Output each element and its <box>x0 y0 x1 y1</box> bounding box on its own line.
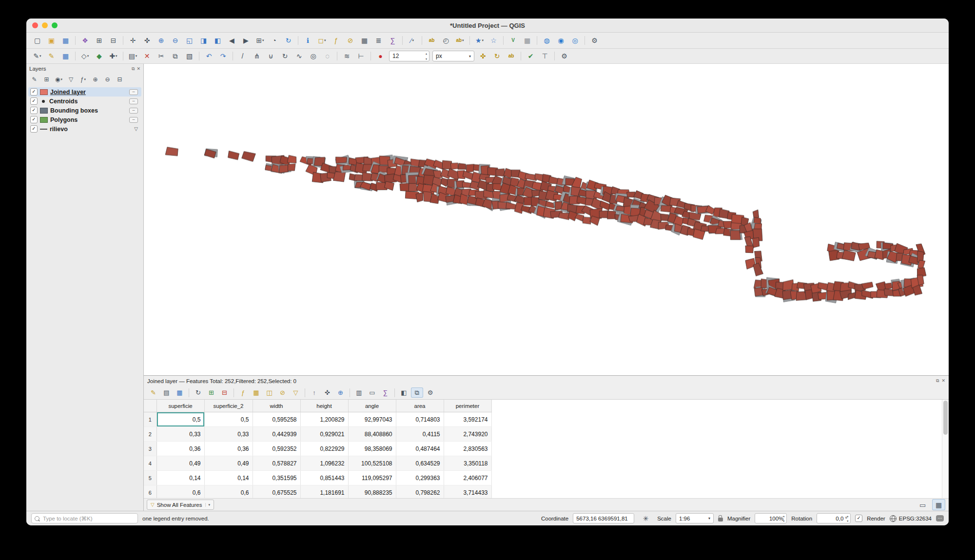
zoom-full-button[interactable]: ◱ <box>183 35 196 46</box>
filter-by-expression-button[interactable]: ƒ▾ <box>78 75 89 84</box>
current-edits-button[interactable]: ✎▾ <box>31 51 44 62</box>
collapse-all-button[interactable]: ⊖ <box>102 75 113 84</box>
table-scrollbar[interactable] <box>942 400 949 498</box>
processing-toolbox-button[interactable]: ⚙ <box>588 35 601 46</box>
change-label-button[interactable]: ab <box>505 51 518 62</box>
split-features-button[interactable]: ⋔ <box>250 51 263 62</box>
table-cell[interactable]: 3,714433 <box>444 485 491 499</box>
project-open-button[interactable]: ▣ <box>45 35 58 46</box>
layer-item-bounding-boxes[interactable]: ✓Bounding boxes– <box>28 106 141 115</box>
form-view-button[interactable]: ▭ <box>916 499 929 510</box>
merge-features-button[interactable]: ⊍ <box>264 51 277 62</box>
layer-visibility-checkbox[interactable]: ✓ <box>30 107 38 114</box>
filter-legend-button[interactable]: ▽ <box>65 75 77 84</box>
table-cell[interactable]: 1,181691 <box>300 485 348 499</box>
delete-selected-features-button[interactable]: ⊟ <box>218 387 231 398</box>
table-cell[interactable]: 0,14 <box>156 471 204 485</box>
table-cell[interactable]: 0,49 <box>156 456 204 471</box>
new-print-layout-button[interactable]: ⊞ <box>93 35 106 46</box>
messages-icon[interactable]: ⋯ <box>936 515 944 521</box>
project-save-button[interactable]: ▦ <box>59 35 72 46</box>
table-cell[interactable]: 3,350118 <box>444 456 491 471</box>
measure-line-button[interactable]: ∕▾ <box>406 35 419 46</box>
table-cell[interactable]: 1,096232 <box>300 456 348 471</box>
metasearch-button[interactable]: ◉ <box>554 35 567 46</box>
row-number[interactable]: 1 <box>144 412 156 427</box>
layer-item-polygons[interactable]: ✓Polygons– <box>28 115 141 124</box>
redo-button[interactable]: ↷ <box>216 51 230 62</box>
layer-item-joined-layer[interactable]: ✓Joined layer– <box>28 87 141 97</box>
layer-indicator-icon[interactable]: – <box>129 89 138 95</box>
dock-panel-icon[interactable]: ⧉ <box>132 66 135 72</box>
map-canvas[interactable] <box>144 64 949 375</box>
dock-attribute-table-button[interactable]: ⧉ <box>411 387 423 398</box>
enable-snapping-button[interactable]: ● <box>374 51 387 62</box>
statistical-summary-button[interactable]: ∑ <box>386 35 399 46</box>
layer-item-rilievo[interactable]: ✓rilievo▽ <box>28 124 141 134</box>
zoom-to-selection-button[interactable]: ◨ <box>197 35 210 46</box>
remove-layer-button[interactable]: ⊟ <box>114 75 125 84</box>
dock-panel-icon[interactable]: ⧉ <box>936 378 939 384</box>
new-map-view-button[interactable]: ⊞▾ <box>254 35 267 46</box>
deselect-all-button[interactable]: ⊘ <box>344 35 357 46</box>
table-cell[interactable]: 0,33 <box>204 427 253 442</box>
lock-icon[interactable] <box>718 518 723 521</box>
close-panel-icon[interactable]: ✕ <box>136 66 140 72</box>
add-feature-button[interactable]: ⊞ <box>205 387 217 398</box>
row-number[interactable]: 4 <box>144 456 156 471</box>
layer-diagram-options-button[interactable]: ◴ <box>439 35 452 46</box>
table-scrollbar-thumb[interactable] <box>943 401 948 435</box>
table-cell[interactable]: 0,714803 <box>396 412 444 427</box>
table-cell[interactable]: 0,351595 <box>253 471 300 485</box>
invert-selection-button[interactable]: ◫ <box>263 387 275 398</box>
simplify-feature-button[interactable]: ∿ <box>292 51 306 62</box>
open-layer-styling-panel-button[interactable]: ✎ <box>29 75 40 84</box>
move-label-button[interactable]: ✜ <box>476 51 489 62</box>
digitize-with-segment-button[interactable]: ◇▾ <box>78 51 92 62</box>
row-number[interactable]: 3 <box>144 442 156 456</box>
new-spatial-bookmark-button[interactable]: ★▾ <box>473 35 486 46</box>
table-cell[interactable]: 0,634529 <box>396 456 444 471</box>
table-cell[interactable]: 1,200829 <box>300 412 348 427</box>
table-cell[interactable]: 0,33 <box>156 427 204 442</box>
table-cell[interactable]: 0,822929 <box>300 442 348 456</box>
locate-search[interactable] <box>31 513 138 523</box>
trim-extend-button[interactable]: ⊢ <box>354 51 368 62</box>
table-cell[interactable]: 0,578827 <box>253 456 300 471</box>
traffic-light-zoom[interactable] <box>52 22 58 28</box>
table-cell[interactable]: 90,888235 <box>348 485 396 499</box>
table-cell[interactable]: 2,743920 <box>444 427 491 442</box>
table-cell[interactable]: 2,830563 <box>444 442 491 456</box>
row-number[interactable]: 5 <box>144 471 156 485</box>
show-spatial-bookmarks-button[interactable]: ☆ <box>487 35 500 46</box>
font-size-spinner[interactable]: 12 <box>389 51 429 61</box>
row-number[interactable]: 6 <box>144 485 156 499</box>
identify-features-button[interactable]: ℹ <box>301 35 314 46</box>
temporal-controller-button[interactable]: ◔ <box>268 35 281 46</box>
toggle-editing-button[interactable]: ✎ <box>147 387 159 398</box>
corner-header-cell[interactable] <box>144 400 156 412</box>
save-edits-button[interactable]: ▦ <box>174 387 186 398</box>
zoom-next-button[interactable]: ▶ <box>239 35 253 46</box>
reload-table-button[interactable]: ↻ <box>192 387 204 398</box>
topology-checker-button[interactable]: ⊤ <box>538 51 551 62</box>
rotation-field[interactable]: 0,0 ° <box>817 513 851 523</box>
table-cell[interactable]: 92,997043 <box>348 412 396 427</box>
plugin-manager-button[interactable]: ◎ <box>568 35 582 46</box>
column-header-superficie_2[interactable]: superficie_2 <box>204 400 253 412</box>
table-cell[interactable]: 0,595258 <box>253 412 300 427</box>
delete-selected-button[interactable]: ✕ <box>140 51 154 62</box>
cut-features-button[interactable]: ✂ <box>155 51 168 62</box>
select-all-button[interactable]: ▦ <box>250 387 262 398</box>
select-by-expression-button[interactable]: ƒ <box>237 387 249 398</box>
extents-button[interactable]: ✳ <box>639 513 652 524</box>
save-layer-edits-button[interactable]: ▦ <box>59 51 72 62</box>
style-manager-button[interactable]: ❖ <box>78 35 92 46</box>
zoom-out-button[interactable]: ⊖ <box>169 35 182 46</box>
select-features-button[interactable]: ◻▾ <box>315 35 329 46</box>
multiedit-mode-button[interactable]: ▤ <box>160 387 173 398</box>
table-cell[interactable]: 98,358069 <box>348 442 396 456</box>
epsg-label[interactable]: EPSG:32634 <box>899 516 932 521</box>
paste-features-button[interactable]: ▧ <box>183 51 196 62</box>
column-header-height[interactable]: height <box>300 400 348 412</box>
